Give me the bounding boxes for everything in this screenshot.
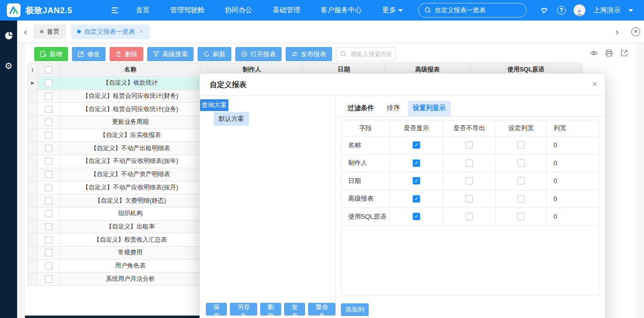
settings-gear-icon[interactable]: ⚙	[0, 58, 17, 74]
search-icon	[424, 7, 431, 14]
drag-handle-icon[interactable]: ⋮	[28, 63, 38, 77]
show-checkbox[interactable]: ✓	[413, 195, 420, 203]
export-icon[interactable]	[620, 49, 628, 57]
tab-filter-conditions[interactable]: 过滤条件	[343, 101, 379, 116]
nav-item-collaboration[interactable]: 协同办公	[225, 6, 252, 15]
no-export-checkbox[interactable]	[466, 213, 473, 220]
row-checkbox[interactable]	[45, 262, 52, 270]
row-name: 【自定义】出租率	[60, 221, 201, 234]
set-width-checkbox[interactable]	[517, 195, 525, 203]
add-button[interactable]: 新增	[34, 47, 68, 61]
dialog-close-icon[interactable]: ×	[592, 80, 597, 89]
user-name[interactable]: 上海演示	[593, 6, 621, 15]
app-logo-icon[interactable]	[7, 3, 21, 17]
row-checkbox[interactable]	[45, 275, 52, 283]
row-checkbox[interactable]	[45, 249, 52, 256]
tab-home[interactable]: 首页	[34, 24, 66, 39]
nav-item-home[interactable]: 首页	[136, 6, 150, 15]
tabs-scroll-left-icon[interactable]: ‹	[17, 27, 34, 36]
width-value[interactable]: 0	[547, 190, 600, 208]
avatar[interactable]	[574, 4, 585, 16]
nav-item-more[interactable]: 更多	[382, 6, 403, 15]
row-checkbox[interactable]	[45, 197, 52, 204]
close-all-tabs-icon[interactable]: ✕	[631, 27, 640, 36]
width-value[interactable]: 0	[547, 208, 600, 226]
tab-custom-report-list[interactable]: 自定义报表一览表 ×	[71, 24, 150, 39]
show-checkbox[interactable]: ✓	[413, 177, 420, 184]
user-menu-caret-icon[interactable]	[628, 9, 633, 12]
menu-collapse-icon[interactable]	[111, 7, 118, 13]
grid-col-width: 列宽	[547, 120, 600, 136]
row-checkbox[interactable]	[45, 79, 52, 87]
preview-eye-icon[interactable]	[590, 49, 598, 57]
row-checkbox[interactable]	[45, 171, 52, 178]
width-value[interactable]: 0	[547, 155, 600, 173]
row-checkbox[interactable]	[45, 118, 52, 126]
support-headset-icon[interactable]	[539, 5, 549, 16]
row-checkbox[interactable]	[45, 236, 52, 244]
show-checkbox[interactable]: ✓	[413, 213, 420, 220]
global-search-input[interactable]: 自定义报表一览表	[418, 3, 527, 18]
nav-item-dashboard[interactable]: 管理驾驶舱	[170, 6, 204, 15]
row-checkbox[interactable]	[45, 158, 52, 165]
set-width-checkbox[interactable]	[517, 141, 525, 149]
add-column-button[interactable]: 添加列	[341, 303, 369, 316]
tab-sorting[interactable]: 排序	[382, 101, 405, 116]
refresh-button[interactable]: 刷新	[198, 47, 231, 61]
select-all-checkbox[interactable]	[45, 66, 52, 73]
delete-button[interactable]: 删除	[110, 47, 143, 61]
column-settings-panel: 过滤条件 排序 设置列显示 字段 是否显示 是否不导出 设定列宽 列宽 名称 ✓…	[336, 96, 605, 318]
column-header-name[interactable]: 名称	[60, 63, 201, 77]
plan-save-button[interactable]: 保存	[206, 303, 227, 316]
grid-col-no-export: 是否不导出	[443, 120, 496, 136]
open-report-button[interactable]: 打开报表	[235, 47, 282, 61]
plan-item-default[interactable]: 默认方案	[214, 112, 249, 126]
tabs-scroll-right-icon[interactable]: ›	[609, 27, 625, 36]
row-checkbox[interactable]	[45, 184, 52, 191]
help-icon[interactable]: ?	[557, 6, 566, 15]
no-export-checkbox[interactable]	[466, 177, 473, 184]
row-checkbox[interactable]	[45, 223, 52, 230]
edit-button[interactable]: 修改	[72, 47, 106, 61]
print-icon[interactable]	[605, 49, 613, 57]
reports-pie-chart-icon[interactable]	[0, 27, 17, 44]
no-export-checkbox[interactable]	[466, 195, 473, 203]
row-checkbox[interactable]	[45, 106, 52, 113]
plan-save-as-button[interactable]: 另存为	[230, 303, 257, 316]
grid-field-label: 制作人	[341, 155, 390, 173]
plan-rename-button[interactable]: 重命名	[308, 303, 335, 316]
toolbar: 新增 修改 删除 高级搜索 刷新	[34, 47, 396, 61]
page-tabbar: ‹ 首页 自定义报表一览表 × › ✕	[17, 21, 644, 43]
row-checkbox[interactable]	[45, 145, 52, 152]
set-width-checkbox[interactable]	[517, 177, 525, 184]
grid-col-field: 字段	[341, 120, 390, 136]
top-header: 极致JAN2.5 首页 管理驾驶舱 协同办公 基础管理 客户服务中心 更多 自定…	[0, 0, 644, 21]
tab-close-icon[interactable]: ×	[139, 28, 143, 35]
grid-row: 制作人 ✓ 0	[341, 155, 599, 173]
plan-publish-button[interactable]: 发布	[284, 303, 305, 316]
nav-item-customer-service[interactable]: 客户服务中心	[321, 6, 362, 15]
vertical-scrollbar[interactable]	[637, 43, 644, 318]
row-checkbox[interactable]	[45, 92, 52, 100]
left-sidebar: ⚙	[0, 21, 17, 318]
tab-column-display[interactable]: 设置列显示	[408, 101, 451, 116]
width-value[interactable]: 0	[547, 136, 600, 155]
advanced-search-button[interactable]: 高级搜索	[147, 47, 194, 61]
publish-report-button[interactable]: 发布报表	[286, 47, 332, 61]
show-checkbox[interactable]: ✓	[413, 159, 420, 167]
set-width-checkbox[interactable]	[517, 159, 525, 167]
width-value[interactable]: 0	[547, 172, 600, 190]
row-checkbox[interactable]	[45, 210, 52, 217]
no-export-checkbox[interactable]	[466, 159, 473, 167]
dialog-title: 自定义报表	[200, 74, 605, 96]
row-checkbox[interactable]	[45, 132, 52, 139]
query-plan-section-label[interactable]: 查询方案	[200, 99, 228, 111]
nav-item-basic-mgmt[interactable]: 基础管理	[273, 6, 300, 15]
grid-field-label: 名称	[341, 136, 390, 155]
no-export-checkbox[interactable]	[466, 141, 473, 149]
filter-funnel-icon	[153, 51, 159, 57]
set-width-checkbox[interactable]	[517, 213, 525, 220]
plan-delete-button[interactable]: 删除	[260, 303, 281, 316]
show-checkbox[interactable]: ✓	[413, 141, 420, 149]
grid-row: 使用SQL原语 ✓ 0	[341, 208, 599, 226]
